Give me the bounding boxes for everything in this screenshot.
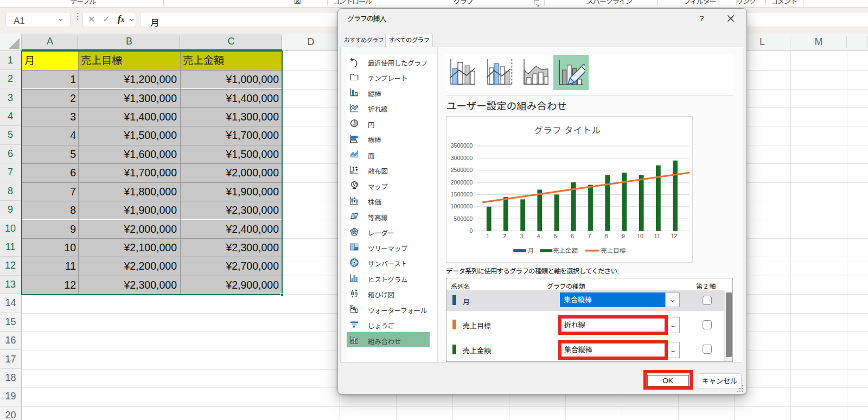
svg-text:4: 4 xyxy=(537,233,540,239)
svg-text:売上目標: 売上目標 xyxy=(601,246,626,254)
svg-text:10: 10 xyxy=(637,233,643,239)
svg-text:12: 12 xyxy=(671,233,678,239)
svg-text:2500000: 2500000 xyxy=(451,167,473,173)
svg-text:6: 6 xyxy=(571,233,574,239)
svg-text:11: 11 xyxy=(654,233,660,239)
svg-text:3500000: 3500000 xyxy=(451,143,473,149)
svg-text:3000000: 3000000 xyxy=(451,155,473,161)
svg-text:2000000: 2000000 xyxy=(451,180,473,186)
svg-text:グラフ タイトル: グラフ タイトル xyxy=(534,123,601,136)
svg-text:1500000: 1500000 xyxy=(451,192,473,198)
svg-text:月: 月 xyxy=(528,246,534,254)
svg-text:500000: 500000 xyxy=(454,216,473,222)
svg-text:1000000: 1000000 xyxy=(451,203,473,209)
svg-text:売上金額: 売上金額 xyxy=(553,246,578,254)
svg-text:9: 9 xyxy=(622,233,625,239)
svg-text:0: 0 xyxy=(470,228,473,234)
svg-text:2: 2 xyxy=(503,233,506,239)
svg-text:8: 8 xyxy=(605,233,608,239)
svg-text:1: 1 xyxy=(486,233,489,239)
svg-text:7: 7 xyxy=(588,233,591,239)
svg-text:3: 3 xyxy=(520,233,524,239)
svg-text:5: 5 xyxy=(554,233,557,239)
